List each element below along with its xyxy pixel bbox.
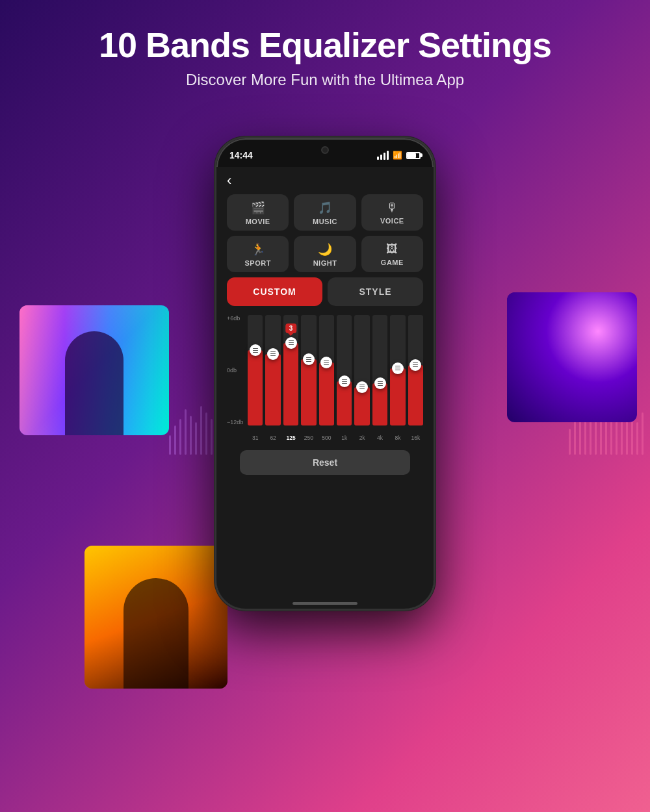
eq-handle-line [253, 348, 258, 349]
eq-handle-125[interactable] [285, 337, 297, 349]
deco-line [185, 409, 187, 455]
mode-night-button[interactable]: 🌙 NIGHT [294, 236, 356, 272]
music-label: MUSIC [313, 218, 337, 225]
signal-bar-3 [384, 153, 385, 160]
eq-handle-1k[interactable] [339, 375, 350, 387]
movie-icon: 🎬 [251, 201, 265, 215]
eq-handle-lines [306, 357, 311, 362]
eq-handle-line [342, 379, 347, 380]
eq-handle-line [378, 383, 383, 384]
signal-bar-1 [377, 157, 379, 160]
reset-button[interactable]: Reset [240, 450, 410, 475]
deco-line-right [636, 422, 638, 455]
eq-handle-8k[interactable] [392, 362, 404, 374]
eq-bar-1k[interactable] [337, 315, 352, 425]
status-icons: 📶 [377, 151, 421, 160]
eq-bar-fill-2k [354, 387, 369, 426]
deco-line [211, 419, 213, 455]
mode-game-button[interactable]: 🖼 GAME [361, 236, 423, 272]
eq-handle-line [378, 381, 383, 382]
status-bar: 14:44 📶 [216, 138, 434, 167]
music-icon: 🎵 [318, 201, 332, 215]
eq-handle-line [289, 340, 294, 341]
eq-bar-8k[interactable] [390, 315, 405, 425]
eq-bar-fill-62 [265, 354, 280, 426]
style-button[interactable]: STYLE [328, 277, 423, 306]
eq-handle-line [270, 353, 276, 354]
eq-bar-fill-16k [408, 365, 423, 426]
eq-bar-16k[interactable] [408, 315, 423, 425]
signal-icon [377, 151, 389, 160]
eq-handle-line [342, 383, 347, 384]
eq-handle-16k[interactable] [410, 359, 421, 371]
eq-handle-lines [253, 348, 258, 353]
eq-handle-4k[interactable] [374, 377, 386, 389]
eq-handle-line [270, 355, 276, 356]
eq-handle-500[interactable] [320, 357, 332, 368]
eq-freq-4k: 4k [372, 431, 387, 445]
sport-icon: 🏃 [251, 242, 265, 257]
eq-y-labels: +6db 0db −12db [227, 315, 243, 425]
eq-handle-line [378, 385, 383, 386]
deco-line-right [574, 419, 576, 455]
night-icon: 🌙 [318, 242, 332, 257]
reset-label: Reset [313, 457, 337, 468]
mode-movie-button[interactable]: 🎬 MOVIE [227, 194, 289, 231]
eq-handle-line [306, 357, 311, 358]
back-button[interactable]: ‹ [227, 167, 423, 194]
eq-handle-line [253, 350, 258, 351]
eq-handle-line [306, 359, 311, 360]
eq-handle-line [413, 366, 418, 367]
battery-icon [406, 152, 421, 159]
custom-style-row: CUSTOM STYLE [227, 277, 423, 306]
deco-line [205, 412, 207, 455]
eq-handle-250[interactable] [303, 353, 315, 365]
eq-freq-125: 125 [283, 431, 298, 445]
eq-freq-250: 250 [301, 431, 316, 445]
page-subtitle: Discover More Fun with the Ultimea App [0, 71, 650, 89]
eq-bar-fill-500 [319, 362, 334, 425]
page-title: 10 Bands Equalizer Settings [0, 26, 650, 64]
eq-bar-125[interactable]: 3 [283, 315, 298, 425]
deco-line [179, 419, 181, 455]
eq-handle-2k[interactable] [356, 381, 368, 393]
eq-bar-fill-4k [372, 383, 387, 425]
mode-voice-button[interactable]: 🎙 VOICE [361, 194, 423, 231]
eq-label-mid: 0db [227, 367, 243, 374]
signal-bar-4 [387, 151, 389, 160]
mode-sport-button[interactable]: 🏃 SPORT [227, 236, 289, 272]
eq-bar-31[interactable] [248, 315, 263, 425]
side-image-woman [20, 305, 169, 435]
eq-bar-62[interactable] [265, 315, 280, 425]
eq-label-top: +6db [227, 315, 243, 322]
mode-grid: 🎬 MOVIE 🎵 MUSIC 🎙 VOICE 🏃 SPORT 🌙 [227, 194, 423, 272]
eq-freq-labels: 31 62 125 250 500 1k 2k 4k 8k 16k [248, 431, 423, 445]
eq-handle-31[interactable] [250, 344, 261, 356]
deco-line-right [569, 429, 571, 455]
eq-handle-line [289, 344, 294, 345]
eq-handle-line [270, 351, 276, 352]
eq-handle-62[interactable] [267, 348, 279, 360]
night-label: NIGHT [313, 259, 337, 267]
eq-bar-2k[interactable] [354, 315, 369, 425]
eq-handle-lines [413, 362, 418, 367]
home-bar[interactable] [292, 602, 358, 605]
phone-body: 14:44 📶 ‹ 🎬 [214, 136, 436, 611]
deco-line-right [642, 412, 644, 455]
battery-fill [408, 153, 416, 158]
camera-notch [321, 146, 329, 154]
eq-handle-lines [289, 340, 294, 345]
deco-line [195, 422, 197, 455]
eq-bar-500[interactable] [319, 315, 334, 425]
eq-handle-line [324, 361, 329, 361]
eq-handle-line [359, 388, 365, 389]
custom-button[interactable]: CUSTOM [227, 277, 322, 306]
eq-handle-line [395, 366, 400, 366]
eq-freq-62: 62 [265, 431, 280, 445]
eq-bar-4k[interactable] [372, 315, 387, 425]
deco-line-right [616, 419, 618, 455]
eq-bar-fill-1k [337, 381, 352, 425]
eq-handle-lines [342, 379, 347, 384]
mode-music-button[interactable]: 🎵 MUSIC [294, 194, 356, 231]
eq-bar-250[interactable] [301, 315, 316, 425]
